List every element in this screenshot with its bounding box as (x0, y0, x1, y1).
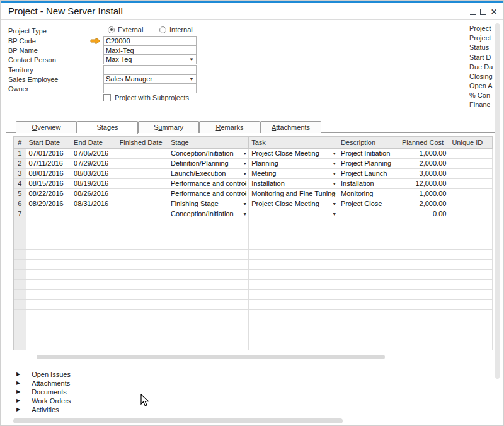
cell-task-dropdown[interactable]: Installation▼ (249, 179, 338, 189)
empty-cell[interactable] (14, 330, 26, 340)
empty-cell[interactable] (249, 260, 338, 270)
cell-finished-date[interactable] (117, 179, 168, 189)
empty-cell[interactable] (71, 270, 117, 280)
cell-planned-cost[interactable]: 12,000.00 (399, 179, 449, 189)
radio-internal[interactable]: Internal (159, 26, 193, 33)
section-documents[interactable]: ▶ Documents (16, 388, 67, 396)
minimize-button[interactable] (469, 8, 477, 16)
empty-cell[interactable] (399, 300, 449, 310)
tab-summary[interactable]: Summary (138, 121, 199, 133)
cell-stage-dropdown[interactable]: Performance and control▼ (168, 179, 249, 189)
empty-cell[interactable] (26, 320, 72, 330)
table-row[interactable]: 1 07/01/2016 07/05/2016 Conception/Initi… (14, 149, 493, 159)
cell-planned-cost[interactable]: 2,000.00 (399, 199, 449, 209)
cell-description[interactable]: Project Initiation (338, 149, 399, 159)
empty-cell[interactable] (449, 280, 493, 290)
section-open-issues[interactable]: ▶ Open Issues (16, 370, 71, 378)
cell-start-date[interactable]: 08/29/2016 (26, 199, 72, 209)
dropdown-icon[interactable]: ▼ (332, 189, 336, 199)
table-empty-row[interactable] (14, 290, 493, 300)
empty-cell[interactable] (399, 310, 449, 320)
cell-task-dropdown[interactable]: Meeting▼ (249, 169, 338, 179)
empty-cell[interactable] (117, 270, 168, 280)
empty-cell[interactable] (71, 229, 117, 239)
cell-stage-dropdown[interactable]: Definition/Planning▼ (168, 159, 249, 169)
empty-cell[interactable] (117, 310, 168, 320)
empty-cell[interactable] (14, 260, 26, 270)
cell-finished-date[interactable] (117, 209, 168, 219)
empty-cell[interactable] (338, 280, 399, 290)
empty-cell[interactable] (14, 229, 26, 239)
cell-unique-id[interactable] (449, 159, 493, 169)
empty-cell[interactable] (168, 250, 249, 260)
tab-stages[interactable]: Stages (77, 121, 138, 134)
empty-cell[interactable] (168, 310, 249, 320)
empty-cell[interactable] (449, 250, 493, 260)
empty-cell[interactable] (117, 320, 168, 330)
cell-start-date[interactable]: 08/15/2016 (26, 179, 72, 189)
tab-overview[interactable]: Overview (16, 121, 77, 133)
empty-cell[interactable] (449, 310, 493, 320)
empty-cell[interactable] (26, 219, 72, 229)
empty-cell[interactable] (14, 320, 26, 330)
cell-planned-cost[interactable]: 3,000.00 (399, 169, 449, 179)
row-num[interactable]: 5 (14, 189, 26, 199)
cell-finished-date[interactable] (117, 159, 168, 169)
empty-cell[interactable] (338, 250, 399, 260)
empty-cell[interactable] (117, 290, 168, 300)
empty-cell[interactable] (71, 219, 117, 229)
empty-cell[interactable] (117, 260, 168, 270)
empty-cell[interactable] (168, 340, 249, 350)
empty-cell[interactable] (338, 330, 399, 340)
cell-unique-id[interactable] (449, 149, 493, 159)
dropdown-icon[interactable]: ▼ (332, 159, 336, 168)
cell-task-dropdown[interactable]: Project Close Meeting▼ (249, 199, 338, 209)
empty-cell[interactable] (249, 300, 338, 310)
cell-end-date[interactable]: 08/03/2016 (71, 169, 117, 179)
empty-cell[interactable] (168, 239, 249, 250)
cell-stage-dropdown[interactable]: Performance and control▼ (168, 189, 249, 199)
empty-cell[interactable] (168, 300, 249, 310)
cell-end-date[interactable]: 08/19/2016 (71, 179, 117, 189)
tab-remarks[interactable]: Remarks (199, 121, 260, 133)
cell-description[interactable] (338, 209, 399, 219)
row-num[interactable]: 2 (14, 159, 26, 169)
col-header-num[interactable]: # (14, 136, 26, 149)
table-empty-row[interactable] (14, 340, 493, 350)
table-empty-row[interactable] (14, 280, 493, 290)
empty-cell[interactable] (14, 290, 26, 300)
cell-planned-cost[interactable]: 0.00 (399, 209, 449, 219)
territory-input[interactable] (103, 65, 197, 74)
cell-stage-dropdown[interactable]: Conception/Initiation▼ (168, 149, 249, 159)
cell-start-date[interactable]: 08/22/2016 (26, 189, 72, 199)
empty-cell[interactable] (249, 310, 338, 320)
empty-cell[interactable] (117, 239, 168, 250)
cell-finished-date[interactable] (117, 169, 168, 179)
empty-cell[interactable] (399, 320, 449, 330)
empty-cell[interactable] (399, 219, 449, 229)
section-arrow-icon[interactable]: ▶ (16, 389, 20, 395)
cell-task-dropdown[interactable]: Project Close Meeting▼ (249, 149, 338, 159)
empty-cell[interactable] (71, 300, 117, 310)
empty-cell[interactable] (14, 250, 26, 260)
empty-cell[interactable] (14, 310, 26, 320)
col-header-description[interactable]: Description (338, 136, 399, 149)
empty-cell[interactable] (14, 270, 26, 280)
section-arrow-icon[interactable]: ▶ (16, 380, 20, 386)
empty-cell[interactable] (449, 219, 493, 229)
empty-cell[interactable] (249, 340, 338, 350)
empty-cell[interactable] (338, 260, 399, 270)
empty-cell[interactable] (399, 239, 449, 250)
cell-task-dropdown[interactable]: Monitoring and Fine Tuning▼ (249, 189, 338, 199)
cell-finished-date[interactable] (117, 149, 168, 159)
empty-cell[interactable] (449, 229, 493, 239)
empty-cell[interactable] (26, 270, 72, 280)
cell-unique-id[interactable] (449, 199, 493, 209)
cell-finished-date[interactable] (117, 199, 168, 209)
empty-cell[interactable] (26, 290, 72, 300)
empty-cell[interactable] (26, 280, 72, 290)
empty-cell[interactable] (449, 270, 493, 280)
empty-cell[interactable] (399, 330, 449, 340)
row-num[interactable]: 4 (14, 179, 26, 189)
empty-cell[interactable] (14, 300, 26, 310)
